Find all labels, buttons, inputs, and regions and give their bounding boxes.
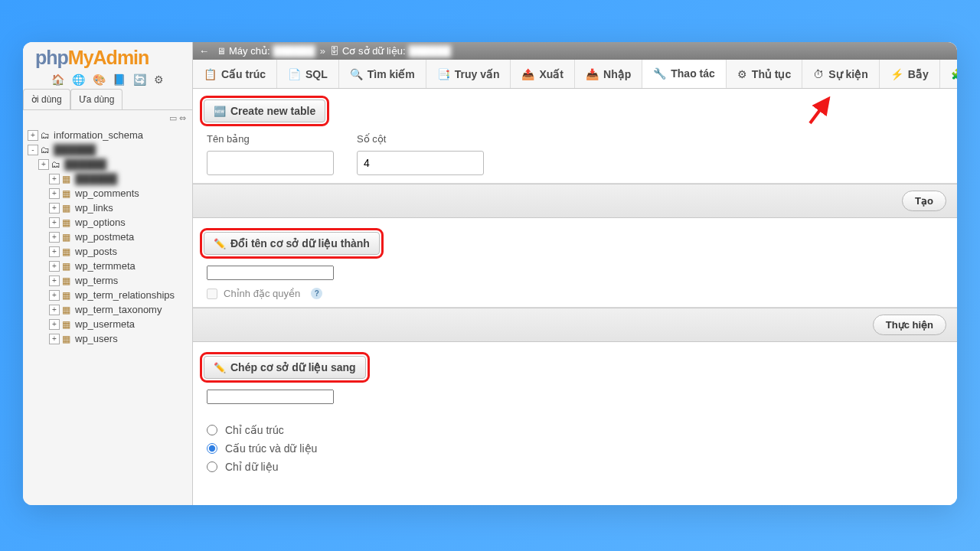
main: ← 🖥 Máy chủ: ██████ » 🗄 Cơ sở dữ liệu: █…: [193, 42, 957, 505]
radio-input[interactable]: [207, 443, 217, 454]
expand-icon[interactable]: +: [49, 319, 60, 330]
server-name: ██████: [273, 45, 315, 57]
tab-cấu-trúc[interactable]: 📋Cấu trúc: [193, 60, 277, 88]
label-table-name: Tên bảng: [207, 133, 334, 145]
tab-icon: 🧩: [951, 68, 957, 80]
expand-icon[interactable]: +: [38, 159, 49, 170]
tab-sự-kiện[interactable]: ⏱Sự kiện: [802, 60, 879, 88]
expand-icon[interactable]: +: [49, 290, 60, 301]
btn-execute[interactable]: Thực hiện: [873, 315, 946, 335]
expand-icon[interactable]: +: [49, 174, 60, 184]
tree-item[interactable]: +wp_users: [24, 331, 191, 346]
database-icon: 🗄: [330, 46, 339, 57]
expand-icon[interactable]: +: [49, 334, 60, 344]
tree-item[interactable]: +wp_terms: [24, 273, 191, 288]
collapse-icon[interactable]: ▭ ⇔: [169, 113, 186, 122]
tab-truy-vấn[interactable]: 📑Truy vấn: [426, 60, 511, 88]
tree-item-label: wp_usermeta: [75, 318, 135, 330]
expand-icon[interactable]: +: [49, 203, 60, 214]
expand-icon[interactable]: +: [49, 188, 60, 199]
radio-input[interactable]: [207, 461, 217, 472]
tab-sql[interactable]: 📄SQL: [277, 60, 339, 88]
tab-favorites[interactable]: Ưa dùng: [70, 89, 123, 109]
tree-item-label: wp_term_relationships: [75, 289, 175, 301]
input-cols[interactable]: [357, 151, 484, 175]
expand-icon[interactable]: +: [28, 130, 38, 141]
radio-copy-option[interactable]: Chỉ dữ liệu: [207, 458, 943, 476]
tree-item[interactable]: +information_schema: [24, 128, 191, 142]
label-adjust-priv: Chỉnh đặc quyền: [224, 288, 300, 299]
tab-tìm-kiếm[interactable]: 🔍Tìm kiếm: [339, 60, 426, 88]
tab-nhập[interactable]: 📥Nhập: [575, 60, 642, 88]
tab-thao-tác[interactable]: 🔧Thao tác: [642, 60, 727, 89]
tree-item[interactable]: -██████: [24, 142, 191, 157]
tab-icon: 🔍: [350, 68, 363, 80]
table-icon: [62, 319, 73, 330]
tree-item[interactable]: +██████: [24, 157, 191, 171]
tree-item[interactable]: +wp_comments: [24, 186, 191, 201]
expand-icon[interactable]: +: [49, 305, 60, 315]
collapse-row: ▭ ⇔: [23, 110, 192, 125]
tab-label: Nhập: [603, 68, 631, 80]
input-copy-target[interactable]: [207, 390, 334, 404]
table-icon: [62, 276, 73, 286]
tree-item[interactable]: +wp_term_relationships: [24, 288, 191, 302]
input-table-name[interactable]: [207, 151, 334, 175]
row-adjust-priv: Chỉnh đặc quyền ?: [207, 288, 943, 299]
back-icon[interactable]: ←: [199, 45, 209, 57]
tab-thủ-tục[interactable]: ⚙Thủ tục: [727, 60, 802, 88]
chk-adjust-priv[interactable]: [207, 289, 217, 299]
database-icon: [41, 145, 51, 155]
tree-item[interactable]: +wp_links: [24, 201, 191, 215]
tree-item[interactable]: +wp_options: [24, 215, 191, 230]
tree-item[interactable]: +wp_termmeta: [24, 259, 191, 273]
radio-input[interactable]: [207, 425, 217, 435]
tab-icon: 📄: [288, 68, 301, 80]
table-icon: [62, 232, 73, 243]
radio-label: Cấu trúc và dữ liệu: [225, 442, 317, 455]
tab-icon: ⚙: [737, 68, 747, 80]
tab-xuất[interactable]: 📤Xuất: [511, 60, 575, 88]
radio-copy-option[interactable]: Chỉ cấu trúc: [207, 421, 943, 439]
tree-item[interactable]: +wp_posts: [24, 244, 191, 259]
expand-icon[interactable]: +: [49, 217, 60, 228]
tree-item-label: wp_options: [75, 217, 126, 228]
tree-item[interactable]: +wp_term_taxonomy: [24, 302, 191, 317]
db-tree: +information_schema-██████+██████+██████…: [23, 125, 192, 505]
tree-item[interactable]: +██████: [24, 171, 191, 186]
tab-recent[interactable]: ời dùng: [23, 89, 70, 109]
gear-icon[interactable]: ⚙: [154, 73, 164, 86]
expand-icon[interactable]: +: [49, 232, 60, 243]
radio-copy-option[interactable]: Cấu trúc và dữ liệu: [207, 439, 943, 458]
tab-label: Truy vấn: [455, 68, 500, 80]
tree-item-label: wp_terms: [75, 275, 118, 286]
expand-icon[interactable]: +: [49, 261, 60, 272]
sidebar-iconrow: 🏠 🌐 🎨 📘 🔄 ⚙: [23, 69, 192, 89]
db-label: Cơ sở dữ liệu:: [342, 45, 406, 57]
tree-item[interactable]: +wp_usermeta: [24, 317, 191, 331]
globe-icon[interactable]: 🌐: [72, 73, 85, 86]
expand-icon[interactable]: +: [49, 246, 60, 257]
home-icon[interactable]: 🏠: [51, 73, 64, 86]
tree-item[interactable]: +wp_postmeta: [24, 230, 191, 244]
tab-bẫy[interactable]: ⚡Bẫy: [880, 60, 940, 88]
radio-label: Chỉ dữ liệu: [225, 461, 278, 473]
help-icon[interactable]: ?: [311, 288, 322, 299]
table-icon: [62, 290, 73, 301]
tab-icon: ⚡: [890, 68, 903, 80]
input-rename[interactable]: [207, 266, 334, 280]
tab-bộ-thiết-k[interactable]: 🧩Bộ thiết k: [940, 60, 957, 88]
sidebar: phpMyAdmin 🏠 🌐 🎨 📘 🔄 ⚙ ời dùng Ưa dùng ▭…: [23, 42, 193, 505]
docs-icon[interactable]: 📘: [113, 73, 126, 86]
theme-icon[interactable]: 🎨: [93, 73, 106, 86]
tree-item-label: wp_links: [75, 202, 113, 214]
nav-tabs: 📋Cấu trúc📄SQL🔍Tìm kiếm📑Truy vấn📤Xuất📥Nhậ…: [193, 60, 957, 89]
btn-create[interactable]: Tạo: [902, 191, 946, 211]
database-icon: [41, 130, 51, 141]
expand-icon[interactable]: +: [49, 276, 60, 286]
tab-icon: 📋: [204, 68, 217, 80]
expand-icon[interactable]: -: [28, 145, 38, 155]
table-icon: [62, 305, 73, 315]
db-name: ██████: [409, 45, 451, 57]
refresh-icon[interactable]: 🔄: [133, 73, 146, 86]
